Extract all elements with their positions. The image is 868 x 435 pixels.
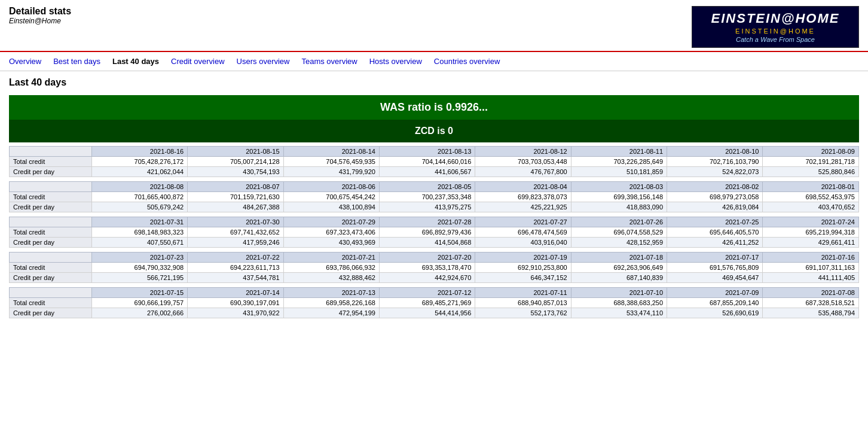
credit-per-day-value: 431,799,920 <box>283 167 379 177</box>
date-header: 2021-07-30 <box>188 217 283 227</box>
total-credit-value: 691,107,311,163 <box>763 263 859 273</box>
date-header: 2021-08-12 <box>475 147 571 157</box>
credit-per-day-value: 525,880,846 <box>763 167 859 177</box>
credit-per-day-value: 552,173,762 <box>475 308 571 318</box>
credit-per-day-value: 484,267,388 <box>188 202 283 212</box>
nav-item-countries-overview[interactable]: Countries overview <box>434 57 500 66</box>
credit-per-day-value: 510,181,859 <box>571 167 667 177</box>
date-header: 2021-08-05 <box>379 182 475 192</box>
date-header: 2021-08-10 <box>667 147 763 157</box>
total-credit-value: 697,323,473,406 <box>283 227 379 238</box>
date-header: 2021-07-27 <box>475 217 571 227</box>
date-header: 2021-08-09 <box>763 147 859 157</box>
logo-area: EINSTEIN@HOME EINSTEIN@HOME Catch a Wave… <box>692 6 859 48</box>
credit-per-day-value: 646,347,152 <box>475 273 571 283</box>
credit-per-day-value: 430,754,193 <box>188 167 283 177</box>
credit-per-day-label: Credit per day <box>10 308 92 318</box>
date-header: 2021-08-07 <box>188 182 283 192</box>
credit-per-day-value: 407,550,671 <box>91 238 187 248</box>
total-credit-value: 698,148,983,323 <box>91 227 187 238</box>
credit-per-day-label: Credit per day <box>10 238 92 248</box>
total-credit-value: 691,576,765,809 <box>667 263 763 273</box>
date-header: 2021-08-14 <box>283 147 379 157</box>
credit-per-day-value: 403,470,652 <box>763 202 859 212</box>
einstein-logo: EINSTEIN@HOME EINSTEIN@HOME Catch a Wave… <box>692 6 859 48</box>
total-credit-value: 700,237,353,348 <box>379 192 475 202</box>
logo-catch-text: Catch a Wave From Space <box>736 36 815 43</box>
total-credit-value: 695,219,994,318 <box>763 227 859 238</box>
credit-per-day-value: 535,488,794 <box>763 308 859 318</box>
total-credit-value: 690,666,199,757 <box>91 298 187 308</box>
date-header: 2021-07-22 <box>188 253 283 263</box>
main-content: Last 40 days WAS ratio is 0.9926... ZCD … <box>0 71 868 324</box>
zcd-bar: ZCD is 0 <box>9 120 859 142</box>
date-header: 2021-07-11 <box>475 288 571 298</box>
total-credit-value: 702,716,103,790 <box>667 157 763 167</box>
project-name: Einstein@Home <box>9 17 71 25</box>
date-header: 2021-07-28 <box>379 217 475 227</box>
credit-per-day-value: 413,975,275 <box>379 202 475 212</box>
credit-per-day-value: 403,916,040 <box>475 238 571 248</box>
date-header: 2021-08-03 <box>571 182 667 192</box>
total-credit-value: 693,353,178,470 <box>379 263 475 273</box>
total-credit-label: Total credit <box>10 227 92 238</box>
total-credit-value: 696,892,979,436 <box>379 227 475 238</box>
credit-per-day-value: 438,100,894 <box>283 202 379 212</box>
total-credit-label: Total credit <box>10 298 92 308</box>
total-credit-value: 699,398,156,148 <box>571 192 667 202</box>
nav-item-users-overview[interactable]: Users overview <box>237 57 290 66</box>
total-credit-value: 699,823,378,073 <box>475 192 571 202</box>
was-ratio-bar: WAS ratio is 0.9926... <box>9 95 859 120</box>
nav-item-hosts-overview[interactable]: Hosts overview <box>369 57 422 66</box>
credit-per-day-value: 476,767,800 <box>475 167 571 177</box>
total-credit-value: 700,675,454,242 <box>283 192 379 202</box>
date-header: 2021-07-23 <box>91 253 187 263</box>
date-header: 2021-08-06 <box>283 182 379 192</box>
credit-per-day-value: 432,888,462 <box>283 273 379 283</box>
total-credit-value: 687,855,209,140 <box>667 298 763 308</box>
credit-per-day-value: 566,721,195 <box>91 273 187 283</box>
date-header: 2021-07-20 <box>379 253 475 263</box>
nav-item-credit-overview[interactable]: Credit overview <box>171 57 225 66</box>
credit-per-day-value: 472,954,199 <box>283 308 379 318</box>
total-credit-label: Total credit <box>10 192 92 202</box>
credit-per-day-label: Credit per day <box>10 167 92 177</box>
nav-item-best-ten-days[interactable]: Best ten days <box>53 57 100 66</box>
date-header: 2021-07-13 <box>283 288 379 298</box>
logo-big-text: EINSTEIN@HOME <box>711 11 840 26</box>
credit-per-day-value: 276,002,666 <box>91 308 187 318</box>
total-credit-value: 698,552,453,975 <box>763 192 859 202</box>
nav-item-last-40-days: Last 40 days <box>112 57 159 66</box>
total-credit-value: 690,390,197,091 <box>188 298 283 308</box>
date-header: 2021-08-15 <box>188 147 283 157</box>
total-credit-value: 688,940,857,013 <box>475 298 571 308</box>
credit-per-day-value: 421,062,044 <box>91 167 187 177</box>
credit-per-day-value: 431,970,922 <box>188 308 283 318</box>
date-header: 2021-07-14 <box>188 288 283 298</box>
total-credit-value: 694,223,611,713 <box>188 263 283 273</box>
total-credit-value: 692,263,906,649 <box>571 263 667 273</box>
date-header: 2021-08-04 <box>475 182 571 192</box>
date-header: 2021-08-13 <box>379 147 475 157</box>
total-credit-value: 702,191,281,718 <box>763 157 859 167</box>
date-header: 2021-07-24 <box>763 217 859 227</box>
total-credit-value: 704,144,660,016 <box>379 157 475 167</box>
total-credit-value: 696,478,474,569 <box>475 227 571 238</box>
date-header: 2021-08-16 <box>91 147 187 157</box>
credit-per-day-value: 505,679,242 <box>91 202 187 212</box>
credit-per-day-label: Credit per day <box>10 202 92 212</box>
total-credit-label: Total credit <box>10 263 92 273</box>
main-nav: OverviewBest ten daysLast 40 daysCredit … <box>0 52 868 71</box>
total-credit-label: Total credit <box>10 157 92 167</box>
credit-per-day-value: 414,504,868 <box>379 238 475 248</box>
nav-item-overview[interactable]: Overview <box>9 57 41 66</box>
total-credit-value: 693,786,066,932 <box>283 263 379 273</box>
nav-item-teams-overview[interactable]: Teams overview <box>301 57 357 66</box>
credit-per-day-value: 469,454,647 <box>667 273 763 283</box>
date-header: 2021-07-29 <box>283 217 379 227</box>
date-header: 2021-07-17 <box>667 253 763 263</box>
credit-per-day-value: 441,606,567 <box>379 167 475 177</box>
credit-per-day-value: 526,690,619 <box>667 308 763 318</box>
total-credit-value: 692,910,253,800 <box>475 263 571 273</box>
credit-per-day-label: Credit per day <box>10 273 92 283</box>
